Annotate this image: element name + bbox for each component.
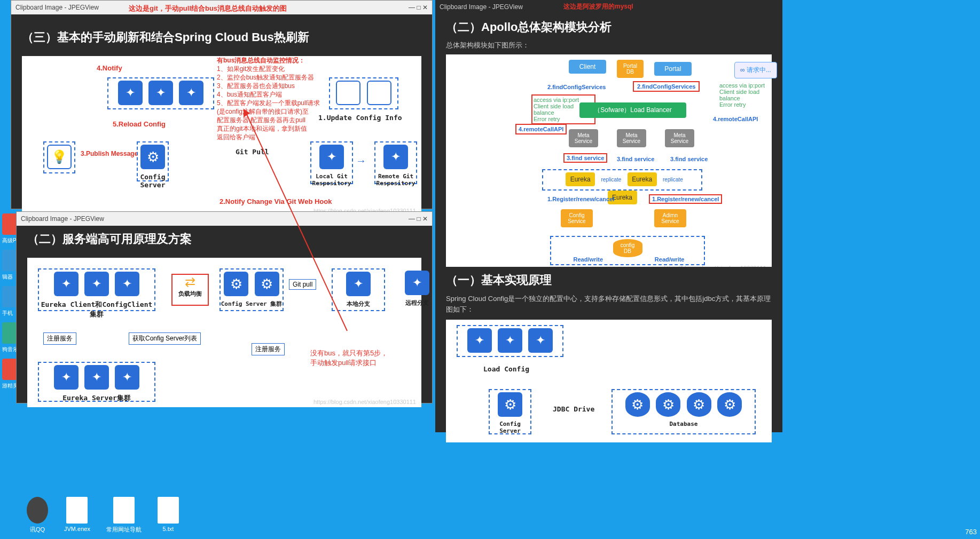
annotation-red: 这边是阿波罗用的mysql	[563, 2, 633, 11]
desktop-file-icons: 讯QQ JVM.enex 常用网址导航 5.txt	[27, 497, 179, 534]
node-icon	[115, 272, 139, 296]
eureka-client-cluster: Eureka Client和ConfigClient集群	[38, 268, 155, 311]
config-server-box: Config Server	[489, 389, 531, 434]
window-controls[interactable]: — □ ✕	[409, 212, 428, 226]
apollo-meta: Meta Service	[569, 129, 598, 147]
node-icon	[148, 81, 173, 105]
db-icon	[625, 392, 650, 417]
apollo-portal: Portal	[654, 62, 692, 76]
window-title: Clipboard Image - JPEGView	[21, 212, 104, 226]
node-icon	[405, 271, 429, 295]
db-icon	[687, 392, 711, 417]
bus-steps: 有bus消息总线自动监控情况： 1、如果git发生配置变化 2、监控会bus触发…	[217, 56, 320, 141]
doc-icon	[336, 81, 360, 105]
gear-icon	[498, 392, 522, 417]
label: JDBC Drive	[553, 405, 594, 413]
apollo-lb: （Sofware）Load Balancer	[579, 102, 686, 118]
no-bus-note: 没有bus，就只有第5步， 手动触发pull请求接口	[310, 348, 388, 368]
load-balance-box: ⇄ 负载均衡	[171, 274, 209, 306]
label: 1.Register/renew/cancel	[547, 196, 614, 202]
diagram-jdbc: Load Config Config Server JDBC Drive Dat…	[446, 320, 772, 442]
label-update: 1.Update Config Info	[318, 114, 402, 122]
label-gitpull: Git Pull	[236, 148, 269, 156]
window-jpegview-2: Clipboard Image - JPEGView — □ ✕ （二）服务端高…	[16, 211, 433, 403]
note: access via ip:port Client side load bala…	[718, 81, 782, 109]
label: 3.find service	[670, 156, 708, 162]
admin-service: Adimn Service	[654, 209, 686, 227]
local-git-box: Local Git Respository	[310, 141, 353, 184]
label: 4.remoteCallAPI	[713, 116, 758, 122]
node-icon	[84, 365, 109, 390]
apollo-portaldb: Portal DB	[617, 60, 644, 78]
file-icon[interactable]: JVM.enex	[64, 497, 90, 534]
label: 2.findConfigServices	[633, 81, 700, 92]
apollo-client: Client	[569, 60, 606, 74]
node-icon	[118, 81, 143, 105]
node-icon	[498, 328, 522, 353]
eureka-box: Eureka	[628, 172, 657, 186]
label-notify-change: 2.Notify Change Via Git Web Hook	[219, 197, 332, 205]
section-heading: （二）服务端高可用原理及方案	[17, 226, 432, 252]
node-icon	[528, 328, 553, 353]
config-server-box: Config Server	[137, 141, 169, 181]
diagram-bus-refresh: 有bus消息总线自动监控情况： 1、如果git发生配置变化 2、监控会bus触发…	[22, 56, 421, 216]
description: Spring Cloud Config是一个独立的配置中心，支持多种存储配置信息…	[435, 294, 782, 314]
eureka-server-cluster: Eureka Server集群	[38, 362, 155, 402]
node-icon	[179, 81, 203, 105]
client-row	[457, 325, 563, 357]
remote-git-box: Remote Git Respository	[374, 141, 417, 184]
label: 1.Register/renew/cancel	[649, 194, 722, 204]
config-db: config DB	[613, 239, 642, 257]
label: Load Config	[483, 365, 529, 373]
label-publish: 3.Publish Message	[81, 150, 138, 157]
remote-branch-box: 远程分支	[401, 268, 433, 311]
gear-icon	[140, 145, 165, 169]
update-source	[329, 77, 398, 109]
label-getlist: 获取Config Server列表	[129, 332, 201, 345]
config-service: Config Service	[561, 209, 593, 227]
section-heading: （二）Apollo总体架构模块分析	[435, 14, 782, 41]
label-notify: 4.Notify	[97, 64, 122, 72]
subtitle: 总体架构模块如下图所示：	[435, 41, 782, 50]
window-title: Clipboard Image - JPEGView	[440, 0, 523, 14]
label: 2.findConfigServices	[547, 84, 606, 90]
client-cluster	[107, 77, 214, 109]
local-branch-box: 本地分支	[332, 268, 385, 311]
window-titlebar[interactable]: Clipboard Image - JPEGView — □ ✕	[17, 212, 432, 226]
gear-icon	[224, 272, 248, 296]
db-icon	[656, 392, 680, 417]
doc-icon	[367, 81, 391, 105]
label-register: 注册服务	[43, 332, 76, 345]
annotation-red: 这边是git，手动pull结合bus消息总线自动触发的图	[129, 4, 287, 13]
node-icon	[346, 272, 371, 296]
bulb-icon	[47, 145, 72, 169]
label: 3.find service	[617, 156, 654, 162]
file-icon[interactable]: 5.txt	[158, 497, 179, 534]
window-title: Clipboard Image - JPEGView	[15, 1, 99, 14]
node-icon	[54, 272, 79, 296]
basic-principle-panel: （一）基本实现原理 Spring Cloud Config是一个独立的配置中心，…	[435, 267, 782, 432]
db-icon	[717, 392, 742, 417]
apollo-panel: Clipboard Image - JPEGView 这边是阿波罗用的mysql…	[435, 0, 782, 272]
label-reload: 5.Reload Config	[113, 120, 166, 128]
file-icon[interactable]: 常用网址导航	[106, 497, 142, 534]
apollo-meta: Meta Service	[617, 129, 646, 147]
node-icon	[115, 365, 139, 390]
diagram-ha: Eureka Client和ConfigClient集群 ⇄ 负载均衡 Conf…	[27, 258, 421, 407]
file-icon[interactable]: 讯QQ	[27, 497, 48, 534]
database-box: Database	[611, 389, 756, 434]
corner-number: 763	[965, 528, 977, 536]
config-server-cluster: Config Server 集群	[219, 268, 284, 311]
node-icon	[54, 365, 79, 390]
eureka-box: Eureka	[566, 172, 595, 186]
message-source	[43, 141, 75, 173]
label: 3.find service	[563, 153, 607, 163]
watermark: https://blog.csdn.net/xiaofeng10330111	[313, 399, 416, 405]
apollo-meta: Meta Service	[665, 129, 694, 147]
section-heading: （三）基本的手动刷新和结合Spring Cloud Bus热刷新	[11, 14, 432, 51]
apollo-diagram: Client Portal DB Portal ∞ 请求中... 2.findC…	[446, 54, 772, 273]
label: 4.remoteCallAPI	[515, 124, 567, 134]
gear-icon	[255, 272, 279, 296]
window-controls[interactable]: — □ ✕	[409, 1, 428, 14]
window-jpegview-1: Clipboard Image - JPEGView — □ ✕ 这边是git，…	[11, 0, 433, 209]
